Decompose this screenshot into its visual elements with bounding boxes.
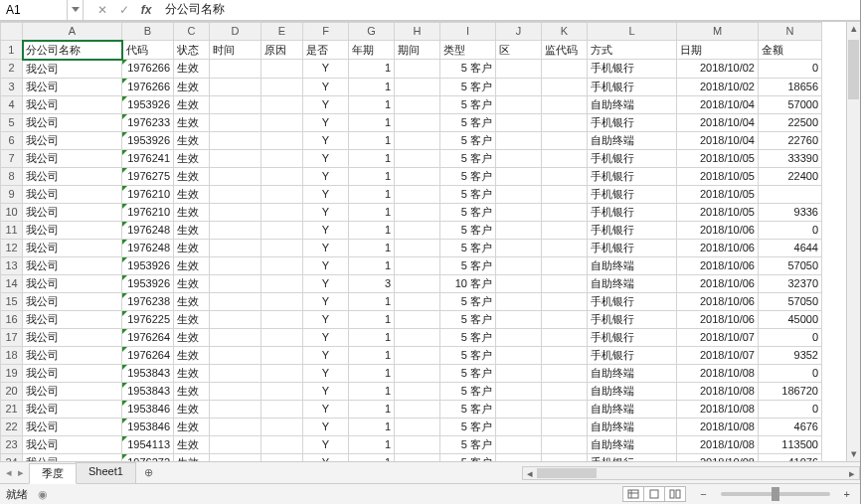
cell[interactable]: Y	[303, 167, 349, 185]
row-header[interactable]: 19	[1, 364, 23, 382]
row-header[interactable]: 14	[1, 274, 23, 292]
cell[interactable]	[261, 131, 303, 149]
cell[interactable]: 生效	[174, 382, 210, 400]
cell[interactable]	[210, 453, 261, 461]
cell[interactable]	[395, 364, 440, 382]
cell[interactable]: 1976238	[122, 292, 174, 310]
column-header-H[interactable]: H	[395, 22, 440, 41]
cell[interactable]	[261, 328, 303, 346]
cell[interactable]: 2018/10/05	[677, 149, 759, 167]
cell[interactable]: 生效	[174, 310, 210, 328]
cell[interactable]: 9336	[759, 203, 822, 221]
cell[interactable]: 2018/10/04	[677, 113, 759, 131]
cell[interactable]: 生效	[174, 167, 210, 185]
row-header[interactable]: 10	[1, 203, 23, 221]
cell[interactable]: 1976266	[122, 78, 174, 95]
cell[interactable]: 1953843	[122, 364, 174, 382]
cell[interactable]: 手机银行	[588, 328, 677, 346]
cell[interactable]: 57000	[759, 95, 822, 113]
cell[interactable]	[395, 185, 440, 203]
cell[interactable]	[261, 256, 303, 274]
cell[interactable]	[395, 239, 440, 256]
cell[interactable]: 5 客户	[440, 292, 496, 310]
cell[interactable]: 0	[759, 221, 822, 239]
row-header[interactable]: 23	[1, 435, 23, 453]
cell[interactable]	[210, 131, 261, 149]
cell[interactable]: 1976241	[122, 149, 174, 167]
cell[interactable]: 生效	[174, 364, 210, 382]
cell[interactable]: 2018/10/08	[677, 453, 759, 461]
cell[interactable]: 2018/10/06	[677, 221, 759, 239]
column-header-B[interactable]: B	[122, 22, 174, 41]
cell[interactable]: Y	[303, 453, 349, 461]
cell[interactable]: 5 客户	[440, 239, 496, 256]
cell[interactable]	[496, 131, 542, 149]
cell[interactable]: 5 客户	[440, 256, 496, 274]
cell[interactable]: 186720	[759, 382, 822, 400]
cell[interactable]: 生效	[174, 95, 210, 113]
cell[interactable]	[395, 274, 440, 292]
row-header[interactable]: 21	[1, 400, 23, 418]
cell[interactable]	[210, 364, 261, 382]
cell[interactable]	[261, 364, 303, 382]
cell[interactable]: 生效	[174, 435, 210, 453]
cell[interactable]: 1976233	[122, 113, 174, 131]
header-cell[interactable]: 期间	[395, 41, 440, 60]
vscroll-thumb[interactable]	[848, 40, 859, 99]
cell[interactable]: 5 客户	[440, 453, 496, 461]
cell[interactable]	[542, 95, 588, 113]
cell[interactable]: Y	[303, 131, 349, 149]
cell[interactable]: 1	[349, 435, 395, 453]
cell[interactable]	[210, 185, 261, 203]
cell[interactable]: 2018/10/07	[677, 346, 759, 364]
cell[interactable]	[261, 149, 303, 167]
tab-nav-next-icon[interactable]: ▸	[16, 466, 26, 479]
cell[interactable]	[542, 292, 588, 310]
cell[interactable]	[496, 149, 542, 167]
cell[interactable]: 我公司	[23, 400, 122, 418]
cell[interactable]: 2018/10/06	[677, 256, 759, 274]
cell[interactable]: Y	[303, 364, 349, 382]
cell[interactable]	[210, 256, 261, 274]
cell[interactable]: 1	[349, 382, 395, 400]
cell[interactable]	[395, 95, 440, 113]
cell[interactable]	[261, 274, 303, 292]
sheet-tab[interactable]: Sheet1	[76, 462, 136, 483]
cell[interactable]: 生效	[174, 328, 210, 346]
cell[interactable]	[542, 418, 588, 435]
cell[interactable]	[210, 221, 261, 239]
scroll-up-icon[interactable]: ▴	[847, 22, 860, 36]
cell[interactable]: 1	[349, 60, 395, 79]
cell[interactable]	[210, 382, 261, 400]
cell[interactable]	[542, 328, 588, 346]
cell[interactable]: 18656	[759, 78, 822, 95]
row-header[interactable]: 12	[1, 239, 23, 256]
cell[interactable]	[261, 400, 303, 418]
cell[interactable]: 2018/10/08	[677, 418, 759, 435]
row-header[interactable]: 16	[1, 310, 23, 328]
cell[interactable]: 1976275	[122, 167, 174, 185]
cell[interactable]: Y	[303, 310, 349, 328]
cell[interactable]: 我公司	[23, 364, 122, 382]
cell[interactable]: 22500	[759, 113, 822, 131]
cell[interactable]	[395, 167, 440, 185]
row-header[interactable]: 4	[1, 95, 23, 113]
row-header[interactable]: 1	[1, 41, 23, 60]
cell[interactable]: 32370	[759, 274, 822, 292]
cell[interactable]	[210, 310, 261, 328]
cell[interactable]	[542, 364, 588, 382]
row-header[interactable]: 18	[1, 346, 23, 364]
cell[interactable]: 手机银行	[588, 346, 677, 364]
cell[interactable]: 自助终端	[588, 435, 677, 453]
cell[interactable]	[395, 400, 440, 418]
cell[interactable]: 手机银行	[588, 453, 677, 461]
cell[interactable]: 57050	[759, 256, 822, 274]
name-box-dropdown[interactable]	[68, 0, 84, 20]
cell[interactable]: 0	[759, 364, 822, 382]
column-header-F[interactable]: F	[303, 22, 349, 41]
cell[interactable]	[261, 203, 303, 221]
cell[interactable]: 2018/10/02	[677, 60, 759, 79]
cell[interactable]	[542, 60, 588, 79]
cell[interactable]: 我公司	[23, 274, 122, 292]
cell[interactable]	[210, 292, 261, 310]
